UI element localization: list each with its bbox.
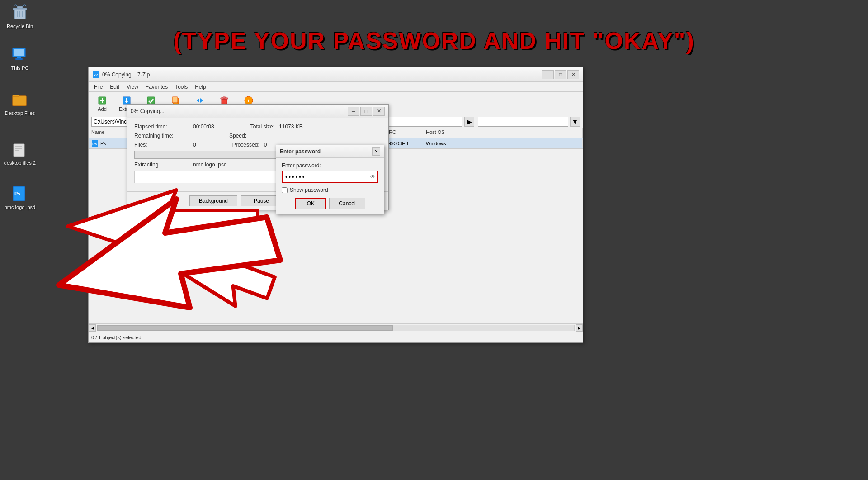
elapsed-label: Elapsed time:	[134, 124, 193, 130]
address-go-button[interactable]: ▶	[464, 117, 474, 127]
menu-file[interactable]: File	[90, 83, 106, 91]
svg-marker-29	[197, 98, 199, 103]
scrollbar-track[interactable]	[97, 325, 575, 331]
desktop-icon-desktop-files-2[interactable]: desktop files 2	[2, 140, 38, 166]
password-dialog: Enter password ✕ Enter password: 👁 Show …	[276, 145, 384, 214]
svg-rect-15	[15, 150, 19, 151]
desktop-icon-nmc-logo[interactable]: Ps nmc logo .psd	[2, 185, 38, 210]
desktop-icon-this-pc[interactable]: This PC	[2, 45, 38, 71]
add-icon	[97, 95, 107, 105]
status-bar: 0 / 1 object(s) selected	[89, 332, 583, 342]
title-bar-left: 7Z 0% Copying... 7-Zip	[92, 71, 150, 78]
svg-rect-2	[17, 6, 23, 9]
main-window-title: 0% Copying... 7-Zip	[102, 71, 150, 78]
remaining-label: Remaining time:	[134, 133, 193, 139]
scroll-right-button[interactable]: ▶	[576, 324, 583, 332]
status-text: 0 / 1 object(s) selected	[91, 335, 142, 340]
nmc-logo-label: nmc logo .psd	[5, 204, 35, 210]
password-label: Enter password:	[282, 162, 378, 169]
progress-maximize-button[interactable]: □	[360, 107, 372, 116]
file-name-value: Ps	[100, 141, 106, 146]
password-ok-button[interactable]: OK	[295, 198, 326, 209]
file-hostos-cell: Windows	[423, 139, 583, 147]
svg-marker-30	[200, 98, 203, 103]
progress-minimize-button[interactable]: ─	[348, 107, 359, 116]
password-close-button[interactable]: ✕	[372, 147, 380, 156]
secondary-go-button[interactable]: ▼	[570, 117, 580, 127]
svg-rect-11	[13, 95, 19, 97]
desktop-files-2-label: desktop files 2	[4, 160, 36, 166]
extracting-file: nmc logo .psd	[193, 162, 227, 168]
show-password-checkbox[interactable]	[282, 187, 288, 193]
menu-tools[interactable]: Tools	[171, 83, 191, 91]
password-cancel-button[interactable]: Cancel	[329, 198, 365, 209]
this-pc-label: This PC	[11, 65, 28, 71]
svg-rect-13	[15, 146, 22, 147]
scrollbar-area: ◀ ▶	[89, 323, 583, 332]
recycle-bin-icon	[11, 4, 29, 22]
svg-rect-28	[172, 97, 178, 103]
svg-rect-33	[223, 97, 226, 98]
nmc-logo-icon: Ps	[11, 185, 29, 203]
menu-edit[interactable]: Edit	[106, 83, 123, 91]
total-size-label: Total size:	[250, 124, 274, 130]
processed-label: Processed:	[232, 142, 259, 148]
desktop-files-2-icon	[11, 140, 29, 158]
scroll-left-button[interactable]: ◀	[89, 324, 96, 332]
desktop-icon-recycle-bin[interactable]: Recycle Bin	[2, 4, 38, 29]
files-value: 0	[193, 142, 196, 148]
menu-bar: File Edit View Favorites Tools Help	[89, 82, 583, 92]
menu-favorites[interactable]: Favorites	[142, 83, 171, 91]
scrollbar-thumb[interactable]	[97, 325, 393, 331]
svg-rect-14	[15, 148, 22, 149]
menu-view[interactable]: View	[123, 83, 142, 91]
background-button[interactable]: Background	[189, 195, 237, 206]
toolbar-add-button[interactable]: Add	[90, 93, 114, 114]
progress-dialog-controls: ─ □ ✕	[348, 107, 385, 116]
show-password-row: Show password	[282, 187, 378, 193]
remaining-row: Remaining time: Speed:	[134, 133, 381, 139]
total-size-value: 11073 KB	[279, 124, 303, 130]
svg-text:Ps: Ps	[14, 191, 20, 196]
col-header-hostos[interactable]: Host OS	[423, 128, 583, 138]
ps-file-icon: Ps	[91, 140, 99, 147]
title-bar-controls: ─ □ ✕	[542, 70, 579, 79]
password-input[interactable]	[283, 172, 368, 182]
password-dialog-buttons: OK Cancel	[282, 198, 378, 209]
svg-rect-9	[15, 58, 23, 60]
svg-rect-7	[14, 49, 24, 56]
files-label: Files:	[134, 142, 193, 148]
desktop-files-label: Desktop Files	[5, 110, 35, 116]
processed-value: 0	[264, 142, 267, 148]
main-window-titlebar: 7Z 0% Copying... 7-Zip ─ □ ✕	[89, 67, 583, 82]
menu-help[interactable]: Help	[191, 83, 210, 91]
show-password-label: Show password	[290, 187, 328, 193]
this-pc-icon	[11, 45, 29, 63]
password-dialog-title: Enter password	[280, 148, 321, 155]
svg-text:i: i	[248, 98, 249, 103]
eye-button[interactable]: 👁	[368, 171, 377, 182]
close-button[interactable]: ✕	[567, 70, 579, 79]
7zip-title-icon: 7Z	[92, 71, 99, 78]
progress-dialog-title: 0% Copying...	[131, 108, 165, 114]
elapsed-row: Elapsed time: 00:00:08 Total size: 11073…	[134, 124, 381, 130]
maximize-button[interactable]: □	[555, 70, 566, 79]
speed-label: Speed:	[229, 133, 246, 139]
elapsed-value: 00:00:08	[193, 124, 214, 130]
password-dialog-body: Enter password: 👁 Show password OK Cance…	[276, 158, 384, 214]
progress-dialog-titlebar: 0% Copying... ─ □ ✕	[127, 105, 388, 118]
recycle-bin-label: Recycle Bin	[7, 24, 33, 29]
secondary-address-bar	[478, 117, 568, 127]
svg-text:7Z: 7Z	[94, 73, 99, 77]
extracting-label: Extracting	[134, 162, 193, 168]
desktop-icon-desktop-files[interactable]: Desktop Files	[2, 90, 38, 116]
password-input-wrapper: 👁	[282, 171, 378, 183]
desktop-files-icon	[11, 90, 29, 109]
svg-rect-10	[13, 96, 26, 106]
minimize-button[interactable]: ─	[542, 70, 554, 79]
svg-rect-31	[222, 99, 227, 105]
toolbar-add-label: Add	[98, 106, 107, 112]
progress-close-button[interactable]: ✕	[373, 107, 385, 116]
password-dialog-titlebar: Enter password ✕	[276, 145, 384, 158]
svg-text:Ps: Ps	[92, 142, 97, 146]
